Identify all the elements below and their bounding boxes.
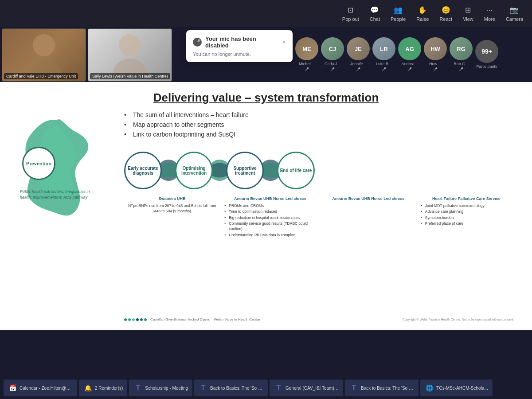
teams-toolbar: ⊡ Pop out 💬 Chat 👥 People ✋ Raise 😊 Reac… [0, 0, 532, 27]
prevention-circle: Prevention [22, 147, 55, 180]
more-icon: ··· [485, 5, 494, 15]
notification-mic-icon: 🎤 [193, 38, 202, 47]
taskbar-reminder-label: 2 Reminder(s) [95, 386, 123, 391]
circle-early-diagnosis: Early accurate diagnosis [124, 152, 162, 189]
toolbar-view[interactable]: ⊞ View [463, 5, 473, 22]
avatar-7: RG [450, 37, 473, 60]
taskbar-teams-1[interactable]: T Scholarship - Meeting [129, 379, 192, 396]
taskbar-reminder[interactable]: 🔔 2 Reminder(s) [79, 379, 127, 396]
circle-optimising: Optimising intervention [175, 152, 213, 189]
bullet-2: Map approach to other segments [124, 121, 514, 128]
avatar-6: HW [424, 37, 447, 60]
col-1-title: Swansea UHB [124, 196, 220, 202]
info-col-4: Heart Failure Palliative Care Service Jo… [419, 196, 514, 238]
col-1-body: NTproBNPs rise from 207 to 943 and Echos… [124, 203, 220, 214]
calendar-icon: 📅 [8, 383, 17, 392]
participant-2[interactable]: CJ Carla J... 🎤 [321, 37, 344, 71]
info-col-3: Aneurin Bevan UHB Nurse Led clinics [321, 196, 416, 238]
slide-copyright: Copyright © Welsh Value in Health Centre… [403, 318, 514, 321]
toolbar-popout[interactable]: ⊡ Pop out [342, 5, 359, 22]
circles-row: Early accurate diagnosis Optimising inte… [124, 152, 514, 189]
dot-6 [144, 318, 147, 321]
teams-icon-2: T [199, 383, 207, 392]
bullet-1: The sum of all interventions – heart fai… [124, 111, 514, 118]
participant-5[interactable]: AG Andrea... 🎤 [398, 37, 421, 71]
taskbar-teams-3[interactable]: T General (CAV_I&I Team) | Microsof... [270, 379, 343, 396]
slide-content: Delivering value – system transformation… [0, 82, 532, 330]
notification-body: You can no longer unmute. [193, 51, 286, 57]
col-2-list: PROMs and CROMs Time to optimisation red… [222, 203, 318, 238]
mic-icon-7: 🎤 [459, 67, 463, 71]
notification-title: Your mic has been disabled [205, 35, 279, 49]
browser-icon: 🌐 [425, 383, 434, 392]
taskbar-teams-2-label: Back to Basics: The 'So What?' of ... [210, 386, 263, 391]
toolbar-chat[interactable]: 💬 Chat [370, 5, 380, 22]
col-4-title: Heart Failure Palliative Care Service [419, 196, 514, 202]
branding-dots [124, 318, 147, 321]
col-4-item-2: Advance care planning [421, 209, 514, 214]
taskbar-teams-2[interactable]: T Back to Basics: The 'So What?' of ... [194, 379, 268, 396]
mic-icon-1: 🎤 [305, 67, 309, 71]
participant-4[interactable]: LR Luke R... 🎤 [372, 37, 395, 71]
participant-count[interactable]: 99+ Participants [475, 40, 498, 69]
notification-popup: 🎤 Your mic has been disabled × You can n… [186, 30, 293, 62]
bullet-3: Link to carbon footprinting and SusQI [124, 131, 514, 138]
taskbar: 📅 Calendar - Zoe.Hilton@wales.nhs... 🔔 2… [0, 377, 532, 399]
participant-6[interactable]: HW Huw ... 🎤 [424, 37, 447, 71]
participant-name-7: Rob G... [454, 62, 469, 66]
raise-icon: ✋ [418, 5, 427, 15]
camera-icon: 📷 [509, 5, 519, 15]
col-4-list: Joint MDT palliative care/cardiology Adv… [419, 203, 514, 226]
toolbar-camera[interactable]: 📷 Camera [506, 5, 523, 22]
avatar-5: AG [398, 37, 421, 60]
info-col-2: Aneurin Bevan UHB Nurse Led clinics PROM… [222, 196, 318, 238]
taskbar-teams-4[interactable]: T Back to Basics: The 'So What?' of ... [345, 379, 419, 396]
branding-english: Welsh Value in Health Centre [214, 317, 260, 321]
popout-icon: ⊡ [346, 5, 356, 15]
video-tile-2[interactable]: Sally Lewis (Welsh Value in Health Centr… [88, 28, 172, 82]
participant-1[interactable]: ME Michell... 🎤 [295, 37, 318, 71]
circle-end-of-life: End of life care [277, 152, 315, 189]
col-2-title: Aneurin Bevan UHB Nurse Led clinics [222, 196, 318, 202]
teams-icon-3: T [274, 383, 283, 392]
taskbar-browser-label: TCs-MSc-AHCM-Schola... [436, 386, 488, 391]
toolbar-people[interactable]: 👥 People [391, 5, 406, 22]
col-2-item-5: Understanding PROMs data is complex [224, 232, 318, 238]
view-icon: ⊞ [463, 5, 473, 15]
toolbar-react[interactable]: 😊 React [439, 5, 452, 22]
participant-7[interactable]: RG Rob G... 🎤 [450, 37, 473, 71]
taskbar-calendar[interactable]: 📅 Calendar - Zoe.Hilton@wales.nhs... [4, 379, 77, 396]
participant-count-badge: 99+ [475, 40, 498, 63]
people-icon: 👥 [393, 5, 403, 15]
notification-close-button[interactable]: × [282, 39, 286, 46]
dot-5 [140, 318, 143, 321]
taskbar-teams-1-label: Scholarship - Meeting [145, 386, 188, 391]
participant-name-6: Huw ... [429, 62, 442, 66]
col-2-item-3: Big reduction in hospital readmission ra… [224, 215, 318, 220]
taskbar-browser[interactable]: 🌐 TCs-MSc-AHCM-Schola... [420, 379, 493, 396]
participants-label: Participants [476, 64, 497, 69]
taskbar-teams-4-label: Back to Basics: The 'So What?' of ... [361, 386, 414, 391]
video-tile-1-label: Cardiff and Vale UHB - Emergency Unit [4, 73, 78, 79]
col-2-item-1: PROMs and CROMs [224, 203, 318, 208]
branding-welsh: Canolfan Gwerth mewn Iechyd Cymru [150, 317, 210, 321]
mic-icon-6: 🎤 [433, 67, 438, 71]
chat-icon: 💬 [370, 5, 379, 15]
slide-branding-left: Canolfan Gwerth mewn Iechyd Cymru Welsh … [124, 317, 260, 321]
participant-name-3: Jennife... [350, 62, 367, 66]
teams-icon-1: T [133, 383, 142, 392]
participant-3[interactable]: JE Jennife... 🎤 [347, 37, 370, 71]
bullet-list: The sum of all interventions – heart fai… [124, 111, 514, 141]
toolbar-more[interactable]: ··· More [484, 5, 495, 22]
slide-body: Prevention Public health risk factors. I… [18, 111, 514, 321]
react-icon: 😊 [441, 5, 451, 15]
video-tile-2-label: Sally Lewis (Welsh Value in Health Centr… [90, 73, 170, 79]
video-tile-1[interactable]: Cardiff and Vale UHB - Emergency Unit [2, 28, 86, 82]
video-row: Cardiff and Vale UHB - Emergency Unit Sa… [0, 27, 174, 83]
col-4-item-3: Symptom burden [421, 215, 514, 220]
mic-icon-2: 🎤 [330, 67, 335, 71]
toolbar-raise[interactable]: ✋ Raise [416, 5, 429, 22]
mic-icon-5: 🎤 [407, 67, 412, 71]
slide-left-panel: Prevention Public health risk factors. I… [18, 111, 115, 321]
dot-3 [132, 318, 135, 321]
